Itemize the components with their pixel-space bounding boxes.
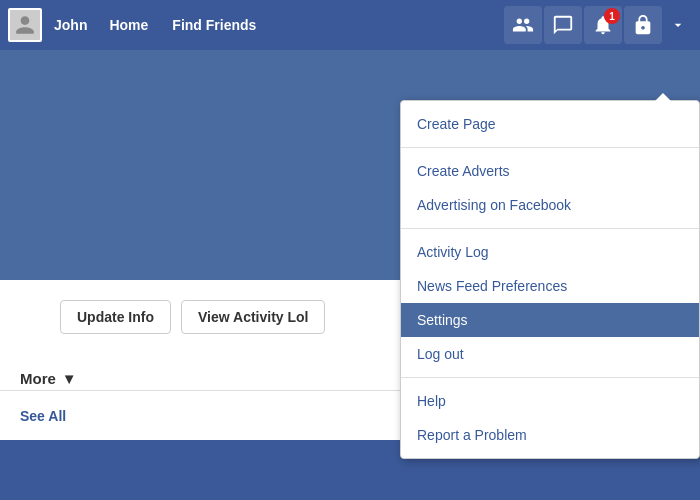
nav-right: 1	[504, 6, 692, 44]
settings-icon-btn[interactable]	[624, 6, 662, 44]
menu-item-create-page[interactable]: Create Page	[401, 107, 699, 141]
navbar: John Home Find Friends 1	[0, 0, 700, 50]
more-chevron-icon: ▼	[62, 370, 77, 387]
menu-item-activity-log[interactable]: Activity Log	[401, 235, 699, 269]
view-activity-button[interactable]: View Activity Lol	[181, 300, 325, 334]
more-section[interactable]: More ▼	[20, 370, 77, 387]
friends-icon-btn[interactable]	[504, 6, 542, 44]
avatar[interactable]	[8, 8, 42, 42]
menu-item-create-adverts[interactable]: Create Adverts	[401, 154, 699, 188]
menu-item-news-feed-preferences[interactable]: News Feed Preferences	[401, 269, 699, 303]
dropdown-section-1: Create Page	[401, 101, 699, 148]
messages-icon-btn[interactable]	[544, 6, 582, 44]
dropdown-section-2: Create Adverts Advertising on Facebook	[401, 148, 699, 229]
menu-item-log-out[interactable]: Log out	[401, 337, 699, 371]
home-link[interactable]: Home	[99, 17, 158, 33]
menu-item-settings[interactable]: Settings	[401, 303, 699, 337]
menu-item-help[interactable]: Help	[401, 384, 699, 418]
dropdown-section-4: Help Report a Problem	[401, 378, 699, 458]
see-all-link[interactable]: See All	[20, 408, 66, 424]
menu-item-report-problem[interactable]: Report a Problem	[401, 418, 699, 452]
dropdown-section-3: Activity Log News Feed Preferences Setti…	[401, 229, 699, 378]
notifications-icon-btn[interactable]: 1	[584, 6, 622, 44]
notification-badge: 1	[604, 8, 620, 24]
main-content: Update Info View Activity Lol More ▼ See…	[0, 50, 700, 440]
nav-left: John Home Find Friends	[8, 8, 266, 42]
more-label: More	[20, 370, 56, 387]
update-info-button[interactable]: Update Info	[60, 300, 171, 334]
user-name-link[interactable]: John	[46, 17, 95, 33]
find-friends-link[interactable]: Find Friends	[162, 17, 266, 33]
profile-actions: Update Info View Activity Lol	[60, 300, 325, 334]
account-dropdown-btn[interactable]	[664, 6, 692, 44]
menu-item-advertising[interactable]: Advertising on Facebook	[401, 188, 699, 222]
account-dropdown-menu: Create Page Create Adverts Advertising o…	[400, 100, 700, 459]
